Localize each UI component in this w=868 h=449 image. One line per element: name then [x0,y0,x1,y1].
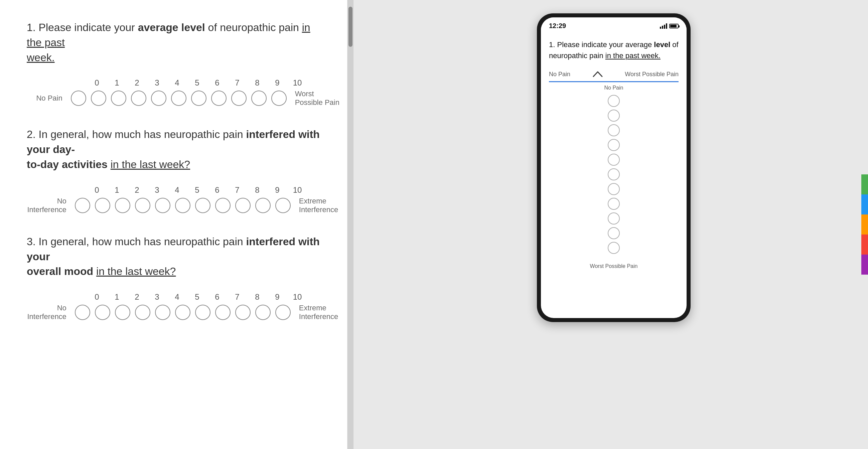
mobile-no-pain-label: No Pain [549,71,570,78]
radio-q2-5[interactable] [175,198,190,213]
scale2-num-6: 6 [207,185,227,195]
radio-q1-4[interactable] [151,91,166,106]
mobile-worst-bottom: Worst Possible Pain [549,263,679,269]
color-tab-purple[interactable] [861,255,868,275]
radio-q3-2[interactable] [115,305,130,320]
radio-q1-1[interactable] [91,91,106,106]
radio-q3-7[interactable] [215,305,230,320]
radio-q2-0[interactable] [75,198,90,213]
phone-status-bar: 12:29 [541,18,687,32]
mobile-radio-list [549,95,679,261]
question-1-scale: 0 1 2 3 4 5 6 7 8 9 10 No Pain [27,78,320,107]
mobile-preview-panel: 12:29 1. Please indicate your a [353,0,868,449]
mobile-radio-2[interactable] [608,124,620,136]
scale-2-row: No Interference Extreme Interference [27,197,351,214]
scale-num-5: 5 [187,78,207,88]
radio-q3-3[interactable] [135,305,150,320]
color-tabs [861,174,868,275]
mobile-radio-0[interactable] [608,95,620,107]
question-2-block: 2. In general, how much has neuropathic … [27,127,320,214]
mobile-scale-header: No Pain Worst Possible Pain [549,70,679,78]
scale2-num-9: 9 [267,185,287,195]
scale2-num-5: 5 [187,185,207,195]
radio-q2-7[interactable] [215,198,230,213]
scale3-num-0: 0 [87,292,107,302]
scale3-num-8: 8 [247,292,267,302]
svg-rect-2 [664,25,665,29]
question-1-text: 1. Please indicate your average level of… [27,20,320,65]
radio-q2-1[interactable] [95,198,110,213]
mobile-radio-1[interactable] [608,109,620,122]
mobile-radio-6[interactable] [608,183,620,195]
desktop-survey-panel: 1. Please indicate your average level of… [0,0,347,449]
radio-q1-8[interactable] [231,91,247,106]
scale2-num-3: 3 [147,185,167,195]
scale-num-1: 1 [107,78,127,88]
mobile-radio-9[interactable] [608,227,620,239]
radio-q1-6[interactable] [191,91,207,106]
color-tab-orange[interactable] [861,215,868,234]
phone-mockup: 12:29 1. Please indicate your a [537,13,690,322]
radio-q1-9[interactable] [251,91,267,106]
radio-q3-10[interactable] [275,305,291,320]
radio-q2-4[interactable] [155,198,170,213]
radio-q2-8[interactable] [235,198,251,213]
mobile-radio-8[interactable] [608,213,620,224]
scale2-num-10: 10 [287,185,307,195]
scale-2-label-right: Extreme Interference [299,197,351,214]
radio-q3-6[interactable] [195,305,211,320]
scale-num-7: 7 [227,78,247,88]
color-tab-blue[interactable] [861,194,868,215]
radio-q1-0[interactable] [71,91,86,106]
radio-q2-9[interactable] [255,198,271,213]
scale-2-numbers: 0 1 2 3 4 5 6 7 8 9 10 [87,185,307,195]
scale3-num-10: 10 [287,292,307,302]
question-3-text: 3. In general, how much has neuropathic … [27,234,320,279]
mobile-radio-3[interactable] [608,139,620,151]
scale-3-label-right: Extreme Interference [299,304,351,321]
question-3-scale: 0 1 2 3 4 5 6 7 8 9 10 No Interference [27,292,320,321]
scale2-num-2: 2 [127,185,147,195]
radio-q3-5[interactable] [175,305,190,320]
scale3-num-5: 5 [187,292,207,302]
radio-q2-2[interactable] [115,198,130,213]
radio-q3-1[interactable] [95,305,110,320]
status-icons [660,23,679,29]
chevron-up-icon [592,70,603,78]
radio-q3-4[interactable] [155,305,170,320]
scale-num-6: 6 [207,78,227,88]
question-3-block: 3. In general, how much has neuropathic … [27,234,320,321]
radio-q3-0[interactable] [75,305,90,320]
scale-1-label-right: Worst Possible Pain [295,90,339,107]
radio-q1-7[interactable] [211,91,226,106]
radio-q3-9[interactable] [255,305,271,320]
radio-q3-8[interactable] [235,305,251,320]
color-tab-red[interactable] [861,234,868,255]
radio-q1-3[interactable] [131,91,146,106]
scale-num-3: 3 [147,78,167,88]
scale-num-2: 2 [127,78,147,88]
scale-1-numbers: 0 1 2 3 4 5 6 7 8 9 10 [87,78,307,88]
radio-q1-2[interactable] [111,91,126,106]
radio-q1-10[interactable] [271,91,287,106]
battery-icon [669,24,679,28]
mobile-radio-5[interactable] [608,168,620,181]
scale-num-10: 10 [287,78,307,88]
mobile-worst-label: Worst Possible Pain [625,71,679,78]
radio-q1-5[interactable] [171,91,186,106]
mobile-radio-10[interactable] [608,242,620,254]
mobile-radio-7[interactable] [608,198,620,210]
color-tab-green[interactable] [861,174,868,194]
radio-q2-6[interactable] [195,198,211,213]
scale3-num-3: 3 [147,292,167,302]
radio-q2-10[interactable] [275,198,291,213]
scale3-num-2: 2 [127,292,147,302]
scale-num-8: 8 [247,78,267,88]
mobile-radio-4[interactable] [608,154,620,166]
radio-q2-3[interactable] [135,198,150,213]
question-2-scale: 0 1 2 3 4 5 6 7 8 9 10 No Interference [27,185,320,214]
scale-2-label-left: No Interference [27,197,72,214]
scale3-num-4: 4 [167,292,187,302]
scale3-num-9: 9 [267,292,287,302]
scale2-num-0: 0 [87,185,107,195]
